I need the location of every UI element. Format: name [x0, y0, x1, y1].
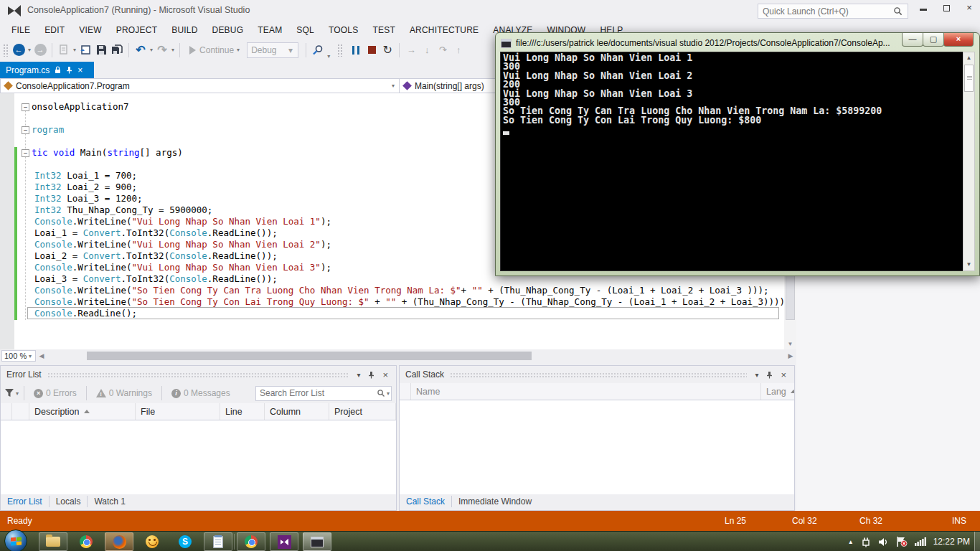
new-item-button[interactable]: [56, 42, 72, 59]
column-header-description[interactable]: Description: [29, 403, 136, 420]
taskbar-item-explorer[interactable]: [39, 532, 67, 551]
minimize-button[interactable]: [913, 0, 934, 17]
call-stack-body[interactable]: [400, 400, 794, 494]
menu-item-test[interactable]: TEST: [365, 23, 402, 37]
column-header-column[interactable]: Column: [265, 403, 329, 420]
step-over-button[interactable]: ↷: [435, 42, 451, 59]
close-tab-icon[interactable]: ×: [77, 65, 83, 75]
messages-filter-button[interactable]: i0 Messages: [166, 388, 236, 398]
redo-dropdown[interactable]: ▾: [170, 47, 176, 53]
error-list-search-box[interactable]: ▾: [255, 386, 392, 401]
network-signal-icon[interactable]: [915, 537, 926, 546]
menu-item-build[interactable]: BUILD: [164, 23, 204, 37]
search-icon[interactable]: [893, 6, 908, 16]
error-list-header[interactable]: Error List ▾ ×: [1, 366, 396, 383]
close-icon[interactable]: ×: [380, 369, 390, 380]
tool-tab-call-stack[interactable]: Call Stack: [400, 496, 452, 507]
solution-configuration-combo[interactable]: Debug ▾: [247, 42, 298, 58]
stop-debugging-button[interactable]: [364, 42, 380, 59]
start-button[interactable]: [4, 529, 27, 551]
navigate-back-dropdown[interactable]: ▾: [27, 47, 32, 53]
pin-icon[interactable]: [766, 371, 773, 379]
window-position-icon[interactable]: ▾: [354, 371, 362, 379]
action-center-flag-icon[interactable]: [896, 537, 908, 547]
continue-dropdown[interactable]: ▾: [235, 47, 241, 53]
search-icon[interactable]: [377, 389, 385, 397]
menu-item-team[interactable]: TEAM: [250, 23, 289, 37]
taskbar-item-yahoo-messenger[interactable]: [138, 532, 166, 551]
menu-item-edit[interactable]: EDIT: [37, 23, 72, 37]
taskbar-item-notepad[interactable]: [204, 532, 232, 551]
navigate-back-button[interactable]: ←: [11, 42, 27, 59]
new-item-dropdown[interactable]: ▾: [72, 47, 77, 53]
close-button[interactable]: ×: [958, 0, 980, 17]
scroll-down-icon[interactable]: ▼: [963, 259, 974, 270]
menu-item-architecture[interactable]: ARCHITECTURE: [402, 23, 486, 37]
taskbar-item-firefox[interactable]: [105, 532, 133, 551]
show-hidden-icons-button[interactable]: ▲: [848, 539, 854, 545]
quick-launch-box[interactable]: [758, 4, 908, 19]
menu-item-view[interactable]: VIEW: [72, 23, 108, 37]
menu-item-project[interactable]: PROJECT: [109, 23, 164, 37]
tool-tab-immediate-window[interactable]: Immediate Window: [452, 496, 538, 507]
show-next-statement-button[interactable]: →: [403, 42, 419, 59]
tool-tab-error-list[interactable]: Error List: [1, 496, 50, 507]
pin-icon[interactable]: [368, 371, 374, 379]
restart-button[interactable]: ↻: [380, 42, 395, 59]
column-header-line[interactable]: Line: [220, 403, 265, 420]
undo-dropdown[interactable]: ▾: [149, 47, 154, 53]
volume-icon[interactable]: [878, 537, 889, 547]
pin-icon[interactable]: [66, 66, 72, 74]
close-icon[interactable]: ×: [778, 369, 788, 380]
fold-collapse-icon[interactable]: −: [22, 149, 29, 157]
tool-tab-watch-1[interactable]: Watch 1: [88, 496, 132, 507]
quick-launch-input[interactable]: [758, 6, 893, 17]
find-in-files-button[interactable]: [310, 42, 326, 59]
taskbar-item-visual-studio[interactable]: [270, 532, 298, 551]
taskbar-item-console-app[interactable]: [303, 532, 331, 551]
taskbar-item-chrome[interactable]: [72, 532, 100, 551]
restore-button[interactable]: [936, 0, 957, 17]
scroll-up-icon[interactable]: ▲: [963, 52, 974, 64]
toolbar-grip[interactable]: [337, 44, 343, 57]
console-titlebar[interactable]: file:///c:/users/patrick lee/documents/v…: [501, 36, 900, 50]
tab-program-cs[interactable]: Program.cs ×: [0, 62, 94, 78]
find-dropdown[interactable]: ▾: [326, 53, 331, 60]
undo-button[interactable]: ↶: [133, 42, 149, 59]
search-input[interactable]: [256, 388, 377, 398]
console-output-window[interactable]: file:///c:/users/patrick lee/documents/v…: [495, 32, 980, 276]
redo-button[interactable]: ↷: [154, 42, 170, 59]
navigate-forward-button[interactable]: →: [32, 42, 48, 59]
menu-item-file[interactable]: FILE: [4, 23, 37, 37]
minimize-button[interactable]: —: [902, 33, 923, 47]
save-all-button[interactable]: [109, 42, 125, 59]
panel-drag-texture[interactable]: [47, 372, 349, 377]
scroll-left-icon[interactable]: ◀: [36, 352, 47, 359]
scrollbar-thumb[interactable]: [964, 65, 974, 92]
pause-button[interactable]: [348, 42, 364, 59]
window-position-icon[interactable]: ▾: [753, 371, 760, 379]
console-text-area[interactable]: Vui Long Nhap So Nhan Vien Loai 1300Vui …: [500, 52, 965, 271]
scroll-right-icon[interactable]: ▶: [785, 352, 796, 359]
filter-icon[interactable]: [5, 389, 14, 397]
step-into-button[interactable]: ↓: [419, 42, 435, 59]
error-list-body[interactable]: [1, 420, 396, 494]
open-file-button[interactable]: [77, 42, 93, 59]
type-dropdown[interactable]: ConsoleApplication7.Program ▾: [1, 79, 400, 93]
power-plug-icon[interactable]: [861, 537, 871, 547]
tool-tab-locals[interactable]: Locals: [50, 496, 88, 507]
filter-dropdown[interactable]: ▾: [14, 390, 20, 397]
editor-horizontal-scrollbar[interactable]: [47, 350, 785, 362]
column-header-file[interactable]: File: [136, 403, 220, 420]
editor-zoom-combo[interactable]: 100 % ▾: [1, 350, 36, 362]
show-desktop-button[interactable]: [974, 532, 980, 551]
taskbar-clock[interactable]: 12:22 PM: [933, 537, 973, 547]
menu-item-debug[interactable]: DEBUG: [205, 23, 251, 37]
fold-collapse-icon[interactable]: −: [22, 126, 29, 134]
step-out-button[interactable]: ↑: [451, 42, 466, 59]
column-header-name[interactable]: Name: [411, 383, 761, 400]
scrollbar-thumb[interactable]: [87, 352, 532, 360]
maximize-button[interactable]: ▢: [923, 33, 944, 47]
console-scrollbar[interactable]: ▲ ▼: [963, 52, 975, 271]
taskbar-item-chrome-2[interactable]: [237, 532, 265, 551]
